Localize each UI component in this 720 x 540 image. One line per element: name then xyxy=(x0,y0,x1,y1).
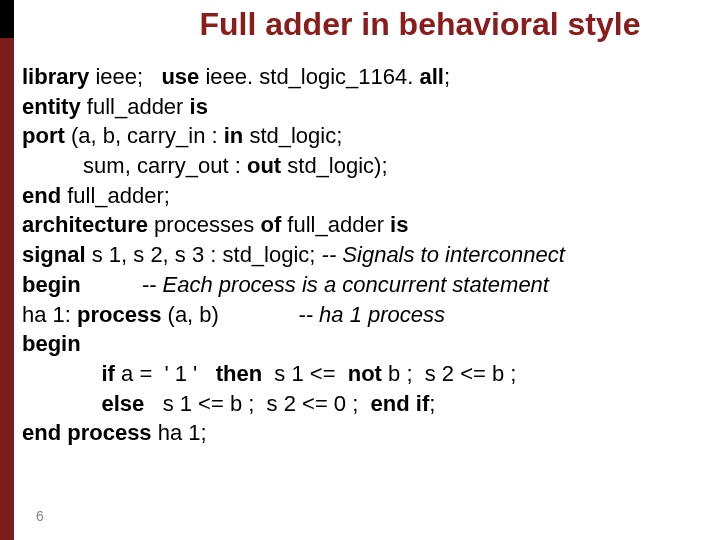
code-line: else s 1 <= b ; s 2 <= 0 ; end if; xyxy=(22,389,710,419)
code-line: sum, carry_out : out std_logic); xyxy=(22,151,710,181)
code-text: sum, carry_out : xyxy=(22,153,247,178)
keyword: end xyxy=(22,183,61,208)
keyword: begin xyxy=(22,331,81,356)
keyword: port xyxy=(22,123,65,148)
code-block: library ieee; use ieee. std_logic_1164. … xyxy=(22,62,710,448)
code-text xyxy=(81,272,142,297)
keyword: signal xyxy=(22,242,86,267)
code-text: processes xyxy=(148,212,261,237)
code-line: begin xyxy=(22,329,710,359)
code-text: full_adder xyxy=(81,94,190,119)
code-text: (a, b) xyxy=(161,302,298,327)
keyword: not xyxy=(348,361,382,386)
keyword: if xyxy=(101,361,114,386)
comment: -- Signals to interconnect xyxy=(322,242,565,267)
code-text: s 1 <= xyxy=(262,361,348,386)
keyword: entity xyxy=(22,94,81,119)
code-text: b ; s 2 <= b ; xyxy=(382,361,517,386)
keyword: then xyxy=(216,361,262,386)
code-line: entity full_adder is xyxy=(22,92,710,122)
code-line: signal s 1, s 2, s 3 : std_logic; -- Sig… xyxy=(22,240,710,270)
code-text: full_adder; xyxy=(61,183,170,208)
code-text: ieee. std_logic_1164. xyxy=(199,64,419,89)
code-line: port (a, b, carry_in : in std_logic; xyxy=(22,121,710,151)
keyword: is xyxy=(390,212,408,237)
code-text: std_logic; xyxy=(243,123,342,148)
code-line: architecture processes of full_adder is xyxy=(22,210,710,240)
code-text xyxy=(22,391,101,416)
keyword: use xyxy=(161,64,199,89)
code-text: ha 1; xyxy=(152,420,207,445)
code-text: s 1, s 2, s 3 : std_logic; xyxy=(86,242,322,267)
comment: -- Each process is a concurrent statemen… xyxy=(142,272,549,297)
keyword: end if xyxy=(371,391,430,416)
keyword: architecture xyxy=(22,212,148,237)
code-text: full_adder xyxy=(281,212,390,237)
comment: -- ha 1 process xyxy=(298,302,445,327)
code-text xyxy=(22,361,101,386)
keyword: else xyxy=(101,391,144,416)
code-text: s 1 <= b ; s 2 <= 0 ; xyxy=(144,391,370,416)
code-line: begin -- Each process is a concurrent st… xyxy=(22,270,710,300)
keyword: of xyxy=(260,212,281,237)
keyword: is xyxy=(190,94,208,119)
code-text: (a, b, carry_in : xyxy=(65,123,224,148)
keyword: begin xyxy=(22,272,81,297)
keyword: in xyxy=(224,123,244,148)
code-line: ha 1: process (a, b) -- ha 1 process xyxy=(22,300,710,330)
code-line: if a = ' 1 ' then s 1 <= not b ; s 2 <= … xyxy=(22,359,710,389)
keyword: out xyxy=(247,153,281,178)
code-text: a = ' 1 ' xyxy=(115,361,216,386)
keyword: end process xyxy=(22,420,152,445)
keyword: process xyxy=(77,302,161,327)
code-line: end full_adder; xyxy=(22,181,710,211)
page-number: 6 xyxy=(36,508,44,524)
keyword: library xyxy=(22,64,89,89)
code-text: ; xyxy=(429,391,435,416)
slide-title: Full adder in behavioral style xyxy=(0,6,720,43)
code-line: end process ha 1; xyxy=(22,418,710,448)
code-line: library ieee; use ieee. std_logic_1164. … xyxy=(22,62,710,92)
code-text: std_logic); xyxy=(281,153,387,178)
code-text: ; xyxy=(444,64,450,89)
keyword: all xyxy=(420,64,444,89)
code-text: ieee; xyxy=(89,64,161,89)
slide: Full adder in behavioral style library i… xyxy=(0,0,720,540)
code-text: ha 1: xyxy=(22,302,77,327)
